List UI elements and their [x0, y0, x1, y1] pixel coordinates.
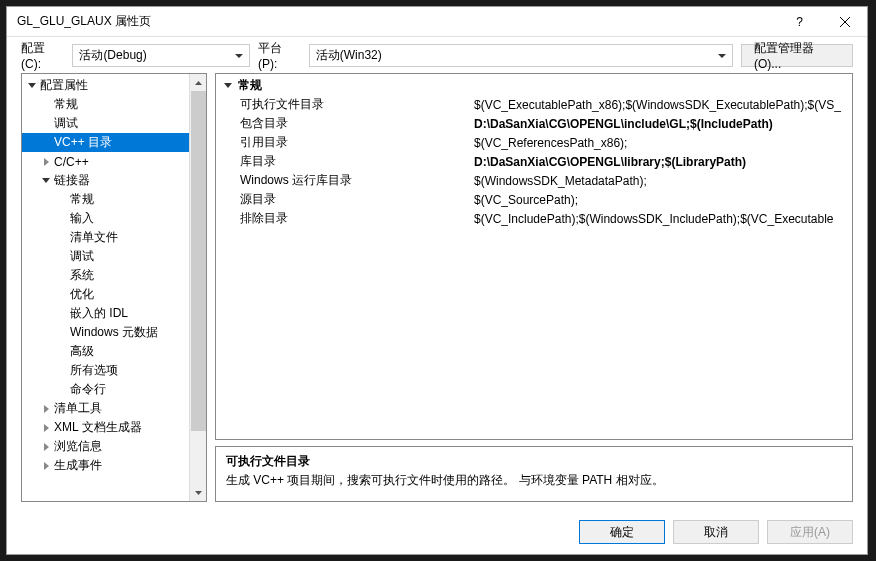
props-value[interactable]: $(VC_ExecutablePath_x86);$(WindowsSDK_Ex… [474, 98, 852, 112]
tree-item-linker-optimize[interactable]: 优化 [22, 285, 189, 304]
chevron-right-icon [40, 422, 52, 434]
tree-item-linker-advanced[interactable]: 高级 [22, 342, 189, 361]
config-label: 配置(C): [21, 40, 64, 71]
props-group-general[interactable]: 常规 [216, 76, 852, 95]
description-panel: 可执行文件目录 生成 VC++ 项目期间，搜索可执行文件时使用的路径。 与环境变… [215, 446, 853, 502]
tree-item-xml-gen[interactable]: XML 文档生成器 [22, 418, 189, 437]
props-row[interactable]: 可执行文件目录$(VC_ExecutablePath_x86);$(Window… [216, 95, 852, 114]
chevron-right-icon [40, 441, 52, 453]
platform-combo-value: 活动(Win32) [316, 47, 382, 64]
tree-item-linker-idl[interactable]: 嵌入的 IDL [22, 304, 189, 323]
tree-root-config[interactable]: 配置属性 [22, 76, 189, 95]
props-label: 引用目录 [216, 134, 474, 151]
toolbar: 配置(C): 活动(Debug) 平台(P): 活动(Win32) 配置管理器(… [7, 37, 867, 73]
props-label: 排除目录 [216, 210, 474, 227]
apply-button[interactable]: 应用(A) [767, 520, 853, 544]
description-body: 生成 VC++ 项目期间，搜索可执行文件时使用的路径。 与环境变量 PATH 相… [226, 472, 842, 489]
tree-view[interactable]: 配置属性 常规 调试 VC++ 目录 C/C++ 链接器 常规 输入 清单文件 … [22, 74, 189, 501]
tree-item-build-events[interactable]: 生成事件 [22, 456, 189, 475]
props-value[interactable]: $(WindowsSDK_MetadataPath); [474, 174, 852, 188]
tree-item-linker-winmd[interactable]: Windows 元数据 [22, 323, 189, 342]
tree-item-general[interactable]: 常规 [22, 95, 189, 114]
platform-combo[interactable]: 活动(Win32) [309, 44, 733, 67]
tree-item-linker-alloptions[interactable]: 所有选项 [22, 361, 189, 380]
props-label: 库目录 [216, 153, 474, 170]
description-title: 可执行文件目录 [226, 453, 842, 470]
props-row[interactable]: 排除目录$(VC_IncludePath);$(WindowsSDK_Inclu… [216, 209, 852, 228]
close-icon [840, 17, 850, 27]
props-value[interactable]: $(VC_SourcePath); [474, 193, 852, 207]
chevron-down-icon [26, 80, 38, 92]
chevron-right-icon [40, 460, 52, 472]
props-row[interactable]: 源目录$(VC_SourcePath); [216, 190, 852, 209]
tree-item-browse-info[interactable]: 浏览信息 [22, 437, 189, 456]
props-row[interactable]: 引用目录$(VC_ReferencesPath_x86); [216, 133, 852, 152]
chevron-down-icon [40, 175, 52, 187]
config-manager-button[interactable]: 配置管理器(O)... [741, 44, 853, 67]
tree-item-linker-system[interactable]: 系统 [22, 266, 189, 285]
chevron-right-icon [40, 156, 52, 168]
props-label: 包含目录 [216, 115, 474, 132]
property-page-dialog: GL_GLU_GLAUX 属性页 ? 配置(C): 活动(Debug) 平台(P… [6, 6, 868, 555]
tree-scrollbar[interactable] [189, 74, 206, 501]
tree-item-linker-general[interactable]: 常规 [22, 190, 189, 209]
scroll-up-icon[interactable] [190, 74, 206, 91]
scroll-down-icon[interactable] [190, 484, 206, 501]
props-label: 源目录 [216, 191, 474, 208]
tree-item-linker-input[interactable]: 输入 [22, 209, 189, 228]
right-panel: 常规 可执行文件目录$(VC_ExecutablePath_x86);$(Win… [215, 73, 853, 502]
props-label: Windows 运行库目录 [216, 172, 474, 189]
config-combo-value: 活动(Debug) [79, 47, 146, 64]
props-row[interactable]: Windows 运行库目录$(WindowsSDK_MetadataPath); [216, 171, 852, 190]
tree-item-linker-cmdline[interactable]: 命令行 [22, 380, 189, 399]
props-row[interactable]: 库目录D:\DaSanXia\CG\OPENGL\library;$(Libra… [216, 152, 852, 171]
ok-button[interactable]: 确定 [579, 520, 665, 544]
props-value[interactable]: $(VC_IncludePath);$(WindowsSDK_IncludePa… [474, 212, 852, 226]
content-area: 配置属性 常规 调试 VC++ 目录 C/C++ 链接器 常规 输入 清单文件 … [7, 73, 867, 510]
tree-item-linker[interactable]: 链接器 [22, 171, 189, 190]
platform-label: 平台(P): [258, 40, 301, 71]
tree-item-manifest-tool[interactable]: 清单工具 [22, 399, 189, 418]
config-combo[interactable]: 活动(Debug) [72, 44, 250, 67]
properties-grid: 常规 可执行文件目录$(VC_ExecutablePath_x86);$(Win… [215, 73, 853, 440]
tree-item-linker-manifest[interactable]: 清单文件 [22, 228, 189, 247]
props-value[interactable]: D:\DaSanXia\CG\OPENGL\include\GL;$(Inclu… [474, 117, 852, 131]
props-label: 可执行文件目录 [216, 96, 474, 113]
props-row[interactable]: 包含目录D:\DaSanXia\CG\OPENGL\include\GL;$(I… [216, 114, 852, 133]
chevron-down-icon [222, 80, 234, 92]
help-button[interactable]: ? [777, 7, 822, 37]
cancel-button[interactable]: 取消 [673, 520, 759, 544]
tree-item-linker-debug[interactable]: 调试 [22, 247, 189, 266]
tree-item-debug[interactable]: 调试 [22, 114, 189, 133]
tree-item-cpp[interactable]: C/C++ [22, 152, 189, 171]
tree-item-vcpp-dirs[interactable]: VC++ 目录 [22, 133, 189, 152]
window-title: GL_GLU_GLAUX 属性页 [17, 13, 777, 30]
props-value[interactable]: D:\DaSanXia\CG\OPENGL\library;$(LibraryP… [474, 155, 852, 169]
props-value[interactable]: $(VC_ReferencesPath_x86); [474, 136, 852, 150]
scrollbar-thumb[interactable] [191, 91, 206, 431]
chevron-right-icon [40, 403, 52, 415]
footer: 确定 取消 应用(A) [7, 510, 867, 554]
titlebar: GL_GLU_GLAUX 属性页 ? [7, 7, 867, 37]
close-button[interactable] [822, 7, 867, 37]
tree-panel: 配置属性 常规 调试 VC++ 目录 C/C++ 链接器 常规 输入 清单文件 … [21, 73, 207, 502]
